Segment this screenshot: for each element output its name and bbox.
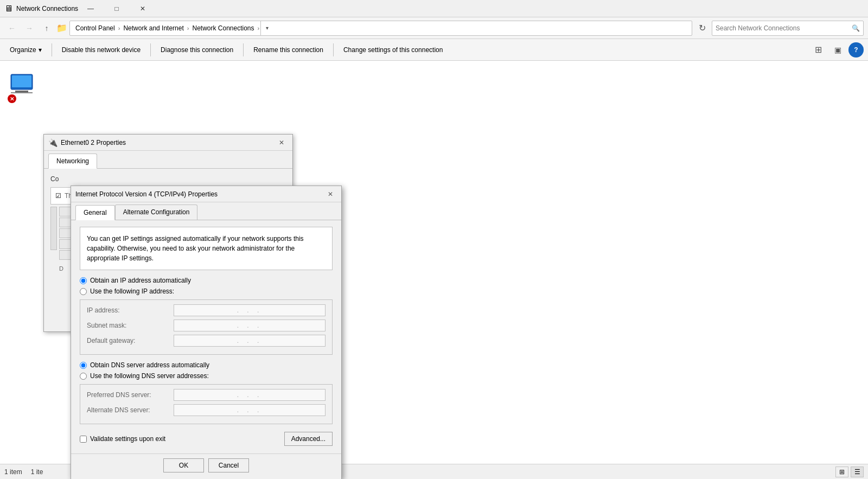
subnet-mask-label: Subnet mask: (87, 322, 174, 329)
address-bar: ← → ↑ 📁 Control Panel › Network and Inte… (0, 17, 868, 39)
toolbar: Organize ▾ Disable this network device D… (0, 39, 868, 61)
tcpipv4-body: You can get IP settings assigned automat… (71, 220, 341, 454)
cancel-button[interactable]: Cancel (208, 458, 249, 472)
info-text-box: You can get IP settings assigned automat… (80, 227, 333, 270)
window-icon: 🖥 (4, 4, 13, 14)
status-items-count: 1 item (4, 468, 22, 476)
info-text: You can get IP settings assigned automat… (87, 235, 304, 262)
tcpipv4-close-button[interactable]: ✕ (324, 188, 337, 201)
validate-checkbox[interactable] (80, 436, 87, 443)
organize-label: Organize (10, 46, 36, 54)
minimize-button[interactable]: — (78, 0, 103, 17)
breadcrumb-item-network-internet[interactable]: Network and Internet (121, 23, 186, 33)
network-icon-container: ✕ (5, 72, 38, 104)
ip-address-row: IP address: . . . (87, 304, 326, 316)
change-settings-button[interactable]: Change settings of this connection (338, 41, 448, 59)
alternate-dns-label: Alternate DNS server: (87, 406, 174, 414)
alternate-dns-dots: . . . (237, 406, 263, 414)
obtain-dns-auto-radio[interactable] (80, 362, 87, 369)
breadcrumb-item-control-panel[interactable]: Control Panel (73, 23, 117, 33)
dns-radio-group: Obtain DNS server address automatically … (80, 361, 333, 380)
subnet-dots: . . . (237, 322, 263, 329)
default-gateway-input[interactable]: . . . (174, 335, 326, 347)
co-text: Co (50, 175, 286, 183)
view-options-button[interactable]: ⊞ (809, 42, 827, 58)
ethernet-dialog-close-button[interactable]: ✕ (275, 136, 288, 149)
list-icon-1: ☑ (55, 192, 61, 200)
ip-address-label: IP address: (87, 306, 174, 314)
toolbar-separator-1 (52, 43, 52, 56)
ethernet-tab-bar: Networking (44, 151, 292, 169)
toolbar-separator-4 (333, 43, 334, 56)
toolbar-separator-2 (150, 43, 151, 56)
tab-alternate-config[interactable]: Alternate Configuration (115, 205, 198, 220)
breadcrumb-item-network-connections[interactable]: Network Connections (190, 23, 256, 33)
use-ip-option[interactable]: Use the following IP address: (80, 288, 333, 295)
preferred-dns-dots: . . . (237, 391, 263, 399)
preferred-dns-label: Preferred DNS server: (87, 391, 174, 399)
tcpipv4-titlebar: Internet Protocol Version 4 (TCP/IPv4) P… (71, 186, 341, 202)
obtain-dns-auto-option[interactable]: Obtain DNS server address automatically (80, 361, 333, 369)
obtain-ip-auto-option[interactable]: Obtain an IP address automatically (80, 277, 333, 284)
tab-networking[interactable]: Networking (48, 154, 97, 169)
search-icon: 🔍 (852, 24, 860, 32)
obtain-ip-auto-label: Obtain an IP address automatically (90, 277, 191, 284)
obtain-ip-auto-radio[interactable] (80, 277, 87, 284)
breadcrumb-sep-1: › (118, 25, 120, 31)
folder-icon: 📁 (56, 23, 67, 33)
breadcrumb-sep-2: › (187, 25, 189, 31)
bg-network-icons: ✕ (5, 72, 38, 104)
tcpipv4-footer: OK Cancel (71, 454, 341, 479)
organize-arrow: ▾ (39, 46, 42, 54)
tab-general[interactable]: General (75, 205, 115, 220)
tcpipv4-dialog: Internet Protocol Version 4 (TCP/IPv4) P… (71, 186, 342, 479)
default-gateway-row: Default gateway: . . . (87, 335, 326, 347)
disable-network-device-button[interactable]: Disable this network device (56, 41, 146, 59)
validate-label: Validate settings upon exit (90, 435, 165, 443)
maximize-button[interactable]: □ (104, 0, 129, 17)
subnet-mask-input[interactable]: . . . (174, 320, 326, 331)
preferred-dns-input[interactable]: . . . (174, 389, 326, 401)
svg-text:✕: ✕ (10, 96, 14, 102)
preferred-dns-row: Preferred DNS server: . . . (87, 389, 326, 401)
status-bar-view-icons: ⊞ ☰ (835, 467, 864, 477)
tcpipv4-title: Internet Protocol Version 4 (TCP/IPv4) P… (75, 190, 324, 198)
gateway-dots: . . . (237, 337, 263, 344)
svg-rect-3 (11, 92, 33, 93)
help-button[interactable]: ? (848, 42, 864, 58)
search-box[interactable]: 🔍 (712, 21, 864, 36)
search-input[interactable] (716, 24, 852, 32)
scroll-indicator (50, 207, 57, 250)
toolbar-right-controls: ⊞ ▣ ? (809, 42, 864, 58)
breadcrumb-sep-3: › (258, 25, 260, 31)
status-view-btn-1[interactable]: ⊞ (835, 467, 848, 477)
toolbar-separator-3 (243, 43, 244, 56)
validate-advanced-row: Validate settings upon exit Advanced... (80, 431, 333, 447)
forward-button[interactable]: → (22, 21, 37, 36)
status-view-btn-2[interactable]: ☰ (851, 467, 864, 477)
advanced-button[interactable]: Advanced... (284, 432, 333, 446)
rename-connection-button[interactable]: Rename this connection (248, 41, 329, 59)
ethernet-dialog-titlebar: 🔌 Ethernet0 2 Properties ✕ (44, 135, 292, 151)
organize-button[interactable]: Organize ▾ (4, 41, 47, 59)
refresh-button[interactable]: ↻ (694, 21, 710, 36)
alternate-dns-input[interactable]: . . . (174, 404, 326, 416)
svg-rect-2 (15, 91, 28, 92)
window-title: Network Connections (16, 5, 78, 12)
use-ip-radio[interactable] (80, 288, 87, 295)
breadcrumb-dropdown-button[interactable]: ▾ (260, 21, 273, 36)
use-dns-option[interactable]: Use the following DNS server addresses: (80, 372, 333, 380)
up-button[interactable]: ↑ (39, 21, 54, 36)
diagnose-connection-button[interactable]: Diagnose this connection (155, 41, 239, 59)
back-button[interactable]: ← (4, 21, 20, 36)
svg-rect-1 (12, 75, 31, 87)
ip-address-input[interactable]: . . . (174, 304, 326, 316)
ethernet-dialog-icon: 🔌 (48, 138, 58, 147)
ip-address-radio-group: Obtain an IP address automatically Use t… (80, 277, 333, 295)
title-bar: 🖥 Network Connections — □ ✕ (0, 0, 868, 17)
close-button[interactable]: ✕ (130, 0, 155, 17)
ok-button[interactable]: OK (163, 458, 204, 472)
status-items-count2: 1 ite (31, 468, 43, 476)
pane-toggle-button[interactable]: ▣ (829, 42, 846, 58)
use-dns-radio[interactable] (80, 373, 87, 380)
